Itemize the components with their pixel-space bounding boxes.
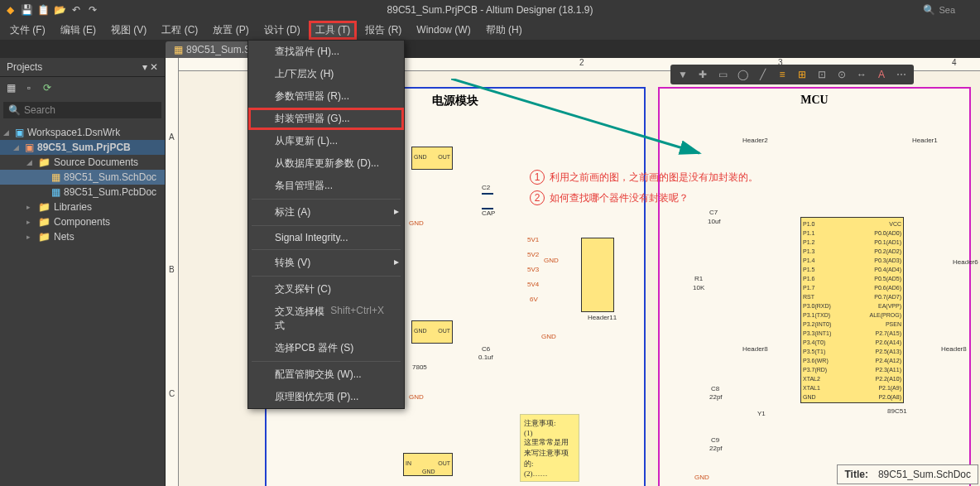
global-search-icon[interactable]: 🔍	[923, 4, 955, 16]
title-bar: ◆ 💾 📋 📂 ↶ ↷ 89C51_Sum.PrjPCB - Altium De…	[0, 0, 980, 20]
menu-item-signalintegrity[interactable]: Signal Integrity...	[248, 228, 404, 248]
menu-item-pcbs[interactable]: 选择PCB 器件 (S)	[248, 337, 404, 359]
text-icon[interactable]: A	[874, 67, 889, 82]
block-mcu: MCU Header2 Header1 P1.0P1.1P1.2P1.3P1.4…	[658, 87, 971, 486]
ic-regulator-3[interactable]: IN OUT GND	[403, 453, 453, 476]
tool-compile-icon[interactable]: ▦	[3, 80, 18, 95]
menu-item-a[interactable]: 标注 (A)▸	[248, 201, 404, 224]
tool-refresh-icon[interactable]: ⟳	[40, 80, 55, 95]
search-icon: 🔍	[8, 104, 21, 116]
menu-item-g[interactable]: 封装管理器 (G)...	[248, 108, 404, 130]
menu-help[interactable]: 帮助 (H)	[479, 21, 529, 40]
menu-item-l[interactable]: 从库更新 (L)...	[248, 130, 404, 152]
redo-icon[interactable]: ↷	[86, 3, 99, 17]
tree-components[interactable]: ▸📁Components	[0, 214, 165, 229]
menu-item-v[interactable]: 转换 (V)▸	[248, 252, 404, 274]
snap-icon[interactable]: ⊙	[834, 67, 849, 82]
cap-c2[interactable]: C2 CAP	[482, 184, 495, 217]
note-sticky[interactable]: 注意事项: (1) 这里常常是用 来写注意事项 的: (2)……	[520, 414, 579, 482]
menu-window[interactable]: Window (W)	[410, 22, 477, 38]
ic-regulator-1[interactable]: GND OUT	[411, 147, 453, 170]
menu-item-h[interactable]: 查找器件 (H)...	[248, 41, 404, 63]
rect-icon[interactable]: ▭	[715, 67, 730, 82]
tree-file-pcb[interactable]: ▦89C51_Sum.PcbDoc	[0, 185, 165, 200]
menu-project[interactable]: 工程 (C)	[155, 21, 204, 40]
align-icon[interactable]: ≡	[775, 67, 790, 82]
menu-item-[interactable]: 交叉选择模式Shift+Ctrl+X	[248, 301, 404, 337]
menu-item-d[interactable]: 从数据库更新参数 (D)...	[248, 152, 404, 175]
grid-icon[interactable]: ⊡	[814, 67, 829, 82]
annotation-2: 2如何查找哪个器件没有封装呢？	[530, 190, 689, 205]
block-mcu-title: MCU	[800, 94, 828, 107]
menu-design[interactable]: 设计 (D)	[257, 21, 307, 40]
save-all-icon[interactable]: 📋	[36, 3, 50, 17]
tree-source-docs[interactable]: ◢📁Source Documents	[0, 155, 165, 170]
menu-edit[interactable]: 编辑 (E)	[54, 21, 103, 40]
lasso-icon[interactable]: ◯	[735, 67, 750, 82]
ic-mcu[interactable]: P1.0P1.1P1.2P1.3P1.4P1.5P1.6P1.7RSTP3.0(…	[800, 217, 904, 403]
menu-bar: 文件 (F) 编辑 (E) 视图 (V) 工程 (C) 放置 (P) 设计 (D…	[0, 20, 980, 40]
block-power-title: 电源模块	[432, 94, 478, 108]
filter-icon[interactable]: ▼	[675, 67, 690, 82]
ic-regulator-2[interactable]: GND OUT	[411, 320, 453, 344]
selection-toolbar: ▼ ✚ ▭ ◯ ╱ ≡ ⊞ ⊡ ⊙ ↔ A ⋯	[670, 65, 914, 84]
menu-place[interactable]: 放置 (P)	[206, 21, 255, 40]
menu-item-h[interactable]: 上/下层次 (H)	[248, 63, 404, 85]
menu-report[interactable]: 报告 (R)	[358, 21, 408, 40]
menu-item-[interactable]: 条目管理器...	[248, 175, 404, 197]
window-title: 89C51_Sum.PrjPCB - Altium Designer (18.1…	[387, 4, 593, 16]
menu-item-p[interactable]: 原理图优先项 (P)...	[248, 386, 404, 408]
menu-file[interactable]: 文件 (F)	[3, 21, 52, 40]
more-icon[interactable]: ⋯	[894, 67, 909, 82]
line-icon[interactable]: ╱	[755, 67, 770, 82]
panel-menu-icon[interactable]: ▾ ✕	[142, 61, 158, 73]
menu-item-c[interactable]: 交叉探针 (C)	[248, 278, 404, 301]
tree-libraries[interactable]: ▸📁Libraries	[0, 200, 165, 214]
menu-tools[interactable]: 工具 (T)	[309, 21, 358, 40]
undo-icon[interactable]: ↶	[70, 3, 83, 17]
doc-icon: ▦	[174, 44, 183, 55]
app-icon: ◆	[3, 3, 17, 17]
project-tree: ◢▣Workspace1.DsnWrk ◢▣89C51_Sum.PrjPCB ◢…	[0, 122, 165, 486]
annotation-1: 1利用之前画的图，之前画的图是没有加封装的。	[530, 170, 758, 185]
tree-workspace[interactable]: ◢▣Workspace1.DsnWrk	[0, 125, 165, 140]
save-icon[interactable]: 💾	[20, 3, 33, 17]
ruler-vertical: A B C D	[166, 58, 179, 486]
search-placeholder: Search	[24, 104, 55, 116]
document-tabs: ▦ 89C51_Sum.SchD	[0, 40, 980, 58]
menu-item-w[interactable]: 配置管脚交换 (W)...	[248, 363, 404, 386]
projects-title: Projects	[7, 61, 42, 73]
tree-project[interactable]: ◢▣89C51_Sum.PrjPCB	[0, 140, 165, 155]
tool-options-icon[interactable]: ▫	[22, 80, 36, 95]
measure-icon[interactable]: ↔	[854, 67, 869, 82]
cross-icon[interactable]: ✚	[695, 67, 710, 82]
project-search[interactable]: 🔍 Search	[3, 102, 161, 118]
header-11[interactable]	[581, 238, 614, 312]
projects-panel: Projects ▾ ✕ ▦ ▫ ⟳ 🔍 Search ◢▣Workspace1…	[0, 58, 166, 486]
tree-file-sch[interactable]: ▦89C51_Sum.SchDoc	[0, 170, 165, 185]
tree-nets[interactable]: ▸📁Nets	[0, 229, 165, 244]
title-block: Title:89C51_Sum.SchDoc	[837, 464, 978, 484]
menu-item-r[interactable]: 参数管理器 (R)...	[248, 85, 404, 108]
menu-view[interactable]: 视图 (V)	[104, 21, 153, 40]
distribute-icon[interactable]: ⊞	[795, 67, 809, 82]
open-icon[interactable]: 📂	[53, 3, 66, 17]
tools-dropdown: 查找器件 (H)...上/下层次 (H)参数管理器 (R)...封装管理器 (G…	[247, 40, 405, 409]
